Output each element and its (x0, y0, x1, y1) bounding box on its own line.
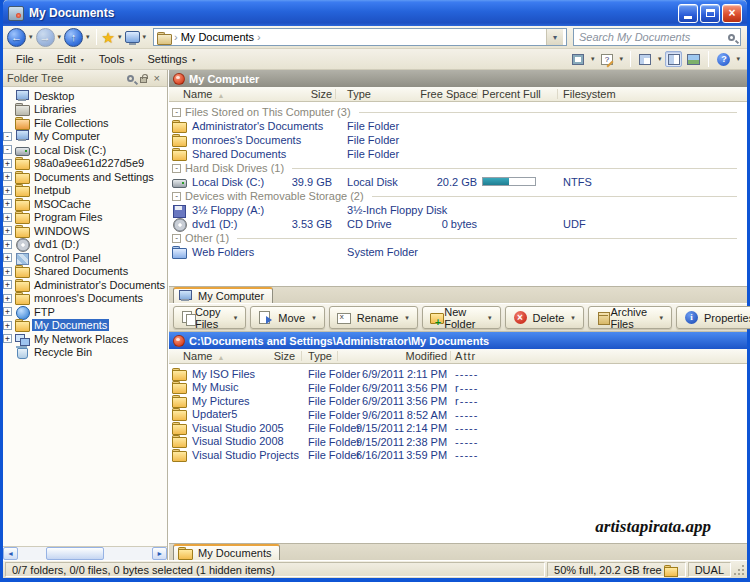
status-mode[interactable]: DUAL (688, 562, 731, 577)
folder-view-icon[interactable] (125, 31, 140, 43)
file-row[interactable]: Web Folders System Folder (169, 245, 747, 259)
item-name[interactable]: My Pictures (192, 394, 249, 408)
column-modified[interactable]: Modified (341, 350, 447, 362)
bottom-pane-header[interactable]: C:\Documents and Settings\Administrator\… (169, 332, 747, 349)
column-attr[interactable]: Attr (455, 350, 476, 362)
item-name[interactable]: monroes's Documents (192, 133, 301, 147)
toolbar-button[interactable]: Copy Files ▾ (173, 306, 246, 329)
tree-item[interactable]: File Collections (3, 116, 167, 130)
tree-item[interactable]: + 98a0a9ee61d227d5e9 (3, 157, 167, 171)
tree-item-label[interactable]: 98a0a9ee61d227d5e9 (32, 157, 146, 169)
tree-expander[interactable]: + (3, 267, 12, 276)
tree-item[interactable]: + MSOCache (3, 197, 167, 211)
toolbar-button[interactable]: Rename ▾ (329, 306, 418, 329)
tree-item-label[interactable]: WINDOWS (32, 225, 92, 237)
item-name[interactable]: dvd1 (D:) (192, 217, 237, 231)
file-row[interactable]: Visual Studio 2005 File Folder 9/15/2011… (169, 421, 747, 435)
tree-item[interactable]: + My Documents (3, 319, 167, 333)
tree-item-label[interactable]: File Collections (32, 117, 111, 129)
tree-expander[interactable]: + (3, 172, 12, 181)
top-column-header[interactable]: Name▲ Size Type Free Space Percent Full … (169, 87, 747, 102)
menu-item[interactable]: Settings▾ (140, 51, 203, 67)
item-name[interactable]: Shared Documents (192, 147, 286, 161)
group-header[interactable]: - Devices with Removable Storage (2) (169, 189, 747, 203)
menu-item[interactable]: Edit▾ (50, 51, 92, 67)
group-collapse-icon[interactable]: - (172, 234, 181, 243)
tree-expander[interactable]: + (3, 240, 12, 249)
forward-dropdown[interactable]: ▾ (57, 33, 63, 41)
column-free-space[interactable]: Free Space (409, 88, 477, 100)
edit-mode-button[interactable]: ? (598, 51, 615, 67)
resize-grip[interactable] (733, 564, 745, 576)
item-name[interactable]: 3½ Floppy (A:) (192, 203, 264, 217)
folder-view-dropdown[interactable]: ▾ (142, 33, 148, 41)
back-dropdown[interactable]: ▾ (28, 33, 34, 41)
tree-item-label[interactable]: My Documents (32, 319, 109, 331)
tree-expander[interactable]: + (3, 199, 12, 208)
file-row[interactable]: monroes's Documents File Folder (169, 133, 747, 147)
item-name[interactable]: Local Disk (C:) (192, 175, 264, 189)
group-header[interactable]: - Other (1) (169, 231, 747, 245)
tree-item[interactable]: + dvd1 (D:) (3, 238, 167, 252)
tree-item[interactable]: + Inetpub (3, 184, 167, 198)
item-name[interactable]: Web Folders (192, 245, 254, 259)
column-size[interactable]: Size (229, 350, 295, 362)
group-collapse-icon[interactable]: - (172, 192, 181, 201)
tree-item-label[interactable]: Administrator's Documents (32, 279, 167, 291)
item-name[interactable]: Visual Studio 2005 (192, 421, 284, 435)
tree-item[interactable]: Libraries (3, 103, 167, 117)
toolbar-button[interactable]: Delete ▾ (505, 306, 584, 329)
tree-item-label[interactable]: Inetpub (32, 184, 73, 196)
file-row[interactable]: My Pictures File Folder 6/9/2011 3:56 PM… (169, 394, 747, 408)
file-row[interactable]: dvd1 (D:) 3.53 GB CD Drive 0 bytes UDF (169, 217, 747, 231)
scroll-thumb[interactable] (46, 547, 104, 560)
scroll-right-arrow-icon[interactable]: ► (152, 547, 167, 560)
back-button[interactable]: ← (7, 28, 26, 47)
tree-item-label[interactable]: My Network Places (32, 333, 130, 345)
column-size[interactable]: Size (264, 88, 332, 100)
item-name[interactable]: Visual Studio 2008 (192, 434, 284, 448)
file-row[interactable]: Visual Studio 2008 File Folder 9/15/2011… (169, 435, 747, 449)
folder-tree-header[interactable]: Folder Tree × (3, 70, 167, 87)
file-row[interactable]: Shared Documents File Folder (169, 147, 747, 161)
tree-item[interactable]: + Documents and Settings (3, 170, 167, 184)
tree-item-label[interactable]: Local Disk (C:) (32, 144, 108, 156)
file-row[interactable]: My ISO Files File Folder 6/9/2011 2:11 P… (169, 367, 747, 381)
help-button[interactable]: ? (715, 51, 732, 67)
tree-item-label[interactable]: Documents and Settings (32, 171, 156, 183)
preview-button[interactable] (685, 51, 702, 67)
tree-expander[interactable]: + (3, 334, 12, 343)
menu-item[interactable]: Tools▾ (92, 51, 141, 67)
favorites-star-icon[interactable]: ★ (102, 30, 115, 45)
tree-item[interactable]: - My Computer (3, 130, 167, 144)
crumb-arrow-icon[interactable]: › (257, 31, 261, 43)
tree-expander[interactable]: + (3, 226, 12, 235)
item-name[interactable]: Visual Studio Projects (192, 448, 299, 462)
toolbar-button[interactable]: Move ▾ (250, 306, 324, 329)
group-collapse-icon[interactable]: - (172, 108, 181, 117)
menu-item[interactable]: File▾ (9, 51, 50, 67)
scroll-left-arrow-icon[interactable]: ◄ (3, 547, 18, 560)
tree-expander[interactable]: + (3, 280, 12, 289)
tree-item[interactable]: + My Network Places (3, 332, 167, 346)
tree-item-label[interactable]: Control Panel (32, 252, 103, 264)
tree-item-label[interactable]: Recycle Bin (32, 346, 94, 358)
tree-item-label[interactable]: monroes's Documents (32, 292, 145, 304)
tree-item[interactable]: + FTP (3, 305, 167, 319)
file-row[interactable]: Local Disk (C:) 39.9 GB Local Disk 20.2 … (169, 175, 747, 189)
column-name[interactable]: Name▲ (183, 350, 224, 362)
tree-expander[interactable]: - (3, 132, 12, 141)
group-collapse-icon[interactable]: - (172, 164, 181, 173)
edit-mode-dropdown[interactable]: ▾ (618, 55, 624, 63)
tree-search-icon[interactable] (124, 72, 137, 85)
search-icon[interactable] (728, 34, 735, 41)
search-input[interactable]: Search My Documents (573, 28, 741, 46)
tree-expander[interactable]: + (3, 159, 12, 168)
tree-expander[interactable]: + (3, 186, 12, 195)
tree-item[interactable]: + Control Panel (3, 251, 167, 265)
toolbar-button[interactable]: Properties ▾ (676, 306, 750, 329)
tree-expander[interactable]: + (3, 321, 12, 330)
tree-item-label[interactable]: Libraries (32, 103, 78, 115)
tree-expander[interactable]: + (3, 253, 12, 262)
tree-item[interactable]: Desktop (3, 89, 167, 103)
